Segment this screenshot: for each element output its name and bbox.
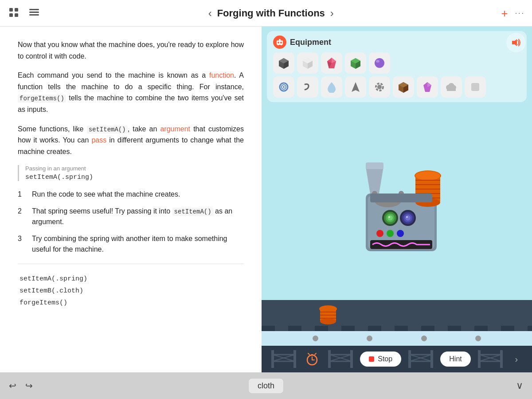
svg-marker-7 bbox=[512, 39, 517, 46]
intro-paragraph-3: Some functions, like setItemA(), take an… bbox=[18, 123, 244, 158]
list-icon bbox=[29, 9, 39, 16]
page-title: Forging with Functions bbox=[217, 8, 325, 19]
bottom-controls-bar: Stop Hint bbox=[262, 346, 532, 372]
svg-point-32 bbox=[377, 85, 382, 89]
svg-point-65 bbox=[405, 215, 411, 221]
svg-rect-13 bbox=[281, 44, 282, 45]
item-green-cube[interactable] bbox=[345, 52, 366, 74]
belt-stripes bbox=[262, 326, 532, 331]
add-button[interactable]: + bbox=[501, 8, 508, 19]
grid-icon bbox=[9, 8, 19, 17]
item-light-cube[interactable] bbox=[297, 52, 318, 74]
steps-list: 1 Run the code to see what the machine c… bbox=[18, 189, 244, 255]
item-cloud[interactable] bbox=[441, 76, 462, 98]
undo-redo-group: ↩ ↪ bbox=[9, 380, 33, 391]
hint-button[interactable]: Hint bbox=[440, 352, 470, 367]
equipment-header-icon bbox=[273, 36, 286, 49]
code-line-1: setItemA(.spring) bbox=[20, 273, 244, 285]
svg-rect-2 bbox=[9, 13, 13, 17]
top-bar-left-icons bbox=[7, 6, 41, 20]
top-bar-right-icons: + ··· bbox=[501, 8, 525, 19]
divider bbox=[18, 264, 244, 264]
svg-rect-6 bbox=[29, 14, 39, 16]
right-trestle bbox=[477, 350, 504, 368]
equipment-header: Equipment bbox=[273, 36, 520, 49]
step-3-number: 3 bbox=[18, 233, 25, 255]
equipment-panel: Equipment bbox=[267, 31, 527, 102]
item-gray[interactable] bbox=[465, 76, 486, 98]
nav-forward-button[interactable]: › bbox=[330, 7, 334, 20]
machine-svg bbox=[330, 140, 463, 265]
item-purple-gem[interactable] bbox=[417, 76, 438, 98]
step-2-code: setItemA() bbox=[172, 208, 213, 216]
list-view-button[interactable] bbox=[27, 7, 41, 19]
item-purple-sphere[interactable] bbox=[369, 52, 390, 74]
code-editor[interactable]: setItemA(.spring) setItemB(.cloth) forge… bbox=[18, 273, 244, 309]
set-item-a-code-inline: setItemA() bbox=[87, 126, 128, 134]
equipment-title: Equipment bbox=[290, 38, 331, 47]
robot-icon bbox=[276, 39, 284, 45]
svg-marker-46 bbox=[366, 167, 383, 194]
svg-rect-11 bbox=[279, 39, 281, 40]
stop-button[interactable]: Stop bbox=[360, 352, 401, 367]
item-droplet[interactable] bbox=[321, 76, 342, 98]
grid-view-button[interactable] bbox=[7, 6, 20, 20]
svg-point-77 bbox=[320, 318, 336, 324]
timer-button[interactable] bbox=[303, 350, 321, 368]
intro-paragraph-1: Now that you know what the machine does,… bbox=[18, 39, 244, 62]
step-1-number: 1 bbox=[18, 189, 25, 200]
dot-2 bbox=[367, 336, 372, 341]
dots-indicator bbox=[262, 331, 532, 346]
step-2-number: 2 bbox=[18, 206, 25, 227]
svg-line-89 bbox=[315, 353, 316, 355]
left-panel: Now that you know what the machine does,… bbox=[0, 27, 262, 372]
left-trestle bbox=[270, 350, 297, 368]
svg-rect-71 bbox=[370, 194, 432, 202]
conveyor-belt bbox=[262, 300, 532, 331]
svg-point-30 bbox=[283, 86, 285, 88]
svg-point-10 bbox=[280, 42, 282, 43]
next-button[interactable]: › bbox=[510, 350, 523, 368]
stop-icon bbox=[369, 356, 374, 362]
item-s-shape[interactable] bbox=[297, 76, 318, 98]
step-2: 2 That spring seems useful! Try passing … bbox=[18, 206, 244, 227]
right-panel: Equipment bbox=[262, 27, 532, 372]
svg-marker-31 bbox=[352, 82, 360, 92]
callout-code: setItemA(.spring) bbox=[25, 174, 244, 181]
more-options-button[interactable]: ··· bbox=[515, 9, 525, 17]
code-line-3: forgeItems() bbox=[20, 297, 244, 309]
center-left-trestle bbox=[327, 350, 354, 368]
function-highlight: function bbox=[209, 71, 234, 79]
item-spiral[interactable] bbox=[273, 76, 294, 98]
stop-label: Stop bbox=[378, 355, 392, 363]
svg-point-50 bbox=[415, 171, 440, 180]
item-gear[interactable] bbox=[369, 76, 390, 98]
nav-center: ‹ Forging with Functions › bbox=[41, 7, 501, 20]
main-content: Now that you know what the machine does,… bbox=[0, 27, 532, 372]
dot-4 bbox=[475, 336, 481, 341]
svg-rect-5 bbox=[29, 12, 39, 13]
dot-1 bbox=[313, 336, 318, 341]
item-spike[interactable] bbox=[345, 76, 366, 98]
step-1: 1 Run the code to see what the machine c… bbox=[18, 189, 244, 200]
equipment-row-2 bbox=[273, 76, 520, 98]
svg-rect-47 bbox=[366, 162, 383, 169]
item-dark-cube[interactable] bbox=[273, 52, 294, 74]
volume-button[interactable] bbox=[506, 33, 526, 52]
svg-point-27 bbox=[376, 60, 379, 63]
svg-rect-1 bbox=[15, 8, 18, 12]
app-bottom-bar: ↩ ↪ cloth ∨ bbox=[0, 372, 532, 399]
forge-items-code: forgeItems() bbox=[18, 95, 66, 103]
conveyor-spring bbox=[315, 302, 341, 327]
step-3: 3 Try combining the spring with another … bbox=[18, 233, 244, 255]
item-red-gem[interactable] bbox=[321, 52, 342, 74]
item-brown-cube[interactable] bbox=[393, 76, 414, 98]
nav-back-button[interactable]: ‹ bbox=[208, 7, 212, 20]
top-bar: ‹ Forging with Functions › + ··· bbox=[0, 0, 532, 27]
collapse-button[interactable]: ∨ bbox=[516, 380, 523, 391]
svg-point-68 bbox=[387, 230, 394, 237]
undo-button[interactable]: ↩ bbox=[9, 380, 16, 391]
svg-point-69 bbox=[397, 230, 404, 237]
intro-paragraph-2: Each command you send to the machine is … bbox=[18, 70, 244, 115]
redo-button[interactable]: ↪ bbox=[25, 380, 33, 391]
